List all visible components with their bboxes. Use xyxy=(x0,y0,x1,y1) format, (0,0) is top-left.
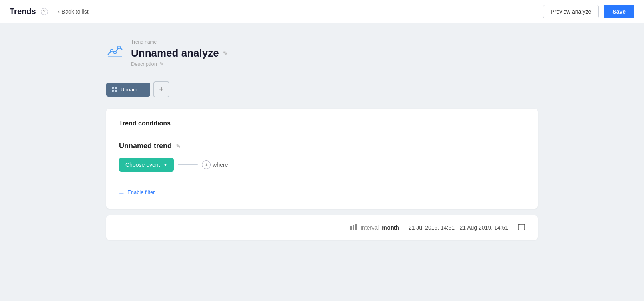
where-button[interactable]: + where xyxy=(202,160,228,169)
svg-rect-7 xyxy=(518,224,525,230)
enable-filter-button[interactable]: ☰ Enable filter xyxy=(119,186,525,198)
trend-name-block: Trend name Unnamed analyze ✎ Description… xyxy=(131,39,228,67)
trend-name-text: Unnamed analyze xyxy=(131,47,219,59)
header-right: Preview analyze Save xyxy=(543,5,634,18)
back-to-list-link[interactable]: ‹ Back to list xyxy=(58,8,89,15)
trend-conditions-card: Trend conditions Unnamed trend ✎ Choose … xyxy=(106,109,538,209)
filter-icon: ☰ xyxy=(119,189,124,195)
header-left: Trends ? ‹ Back to list xyxy=(10,6,89,18)
back-arrow-icon: ‹ xyxy=(58,8,60,14)
interval-label: Interval xyxy=(360,224,379,231)
description-label: Description xyxy=(131,61,157,67)
tab-item-0[interactable]: Unnam... xyxy=(106,83,150,97)
enable-filter-label: Enable filter xyxy=(127,189,155,195)
trend-description-row[interactable]: Description ✎ xyxy=(131,61,228,67)
edit-trend-name-icon[interactable]: ✎ xyxy=(176,143,181,150)
bottom-bar: Interval month 21 Jul 2019, 14:51 - 21 A… xyxy=(106,215,538,240)
conditions-divider xyxy=(119,135,525,135)
back-label: Back to list xyxy=(62,8,89,15)
trend-name-row: Unnamed analyze ✎ xyxy=(131,47,228,59)
svg-rect-6 xyxy=(355,224,357,230)
add-tab-button[interactable]: + xyxy=(153,81,169,97)
conditions-title: Trend conditions xyxy=(119,120,525,127)
trend-header: Trend name Unnamed analyze ✎ Description… xyxy=(106,39,538,67)
interval-section: Interval month xyxy=(350,223,399,232)
bar-chart-icon xyxy=(350,223,357,232)
help-icon[interactable]: ? xyxy=(41,8,48,15)
preview-analyze-button[interactable]: Preview analyze xyxy=(543,5,599,18)
svg-point-1 xyxy=(111,49,113,51)
calendar-icon[interactable] xyxy=(518,223,525,232)
header: Trends ? ‹ Back to list Preview analyze … xyxy=(0,0,644,23)
tab-label-0: Unnam... xyxy=(121,87,142,93)
main-content: Trend name Unnamed analyze ✎ Description… xyxy=(82,23,562,256)
unnamed-trend-label: Unnamed trend xyxy=(119,142,172,150)
where-label: where xyxy=(213,162,228,168)
svg-point-2 xyxy=(114,51,116,54)
where-plus-icon: + xyxy=(202,160,211,169)
date-range: 21 Jul 2019, 14:51 - 21 Aug 2019, 14:51 xyxy=(409,224,508,231)
choose-event-button[interactable]: Choose event ▼ xyxy=(119,158,174,172)
svg-point-3 xyxy=(118,46,120,48)
tab-dots-icon xyxy=(112,87,117,92)
header-divider xyxy=(53,6,53,18)
event-row: Choose event ▼ + where xyxy=(119,158,525,172)
svg-rect-4 xyxy=(350,226,352,230)
tabs-row: Unnam... + xyxy=(106,81,538,97)
trend-icon xyxy=(106,42,124,60)
trend-name-label: Trend name xyxy=(131,39,228,45)
event-connector-line xyxy=(178,164,198,165)
chevron-down-icon: ▼ xyxy=(163,162,167,167)
choose-event-label: Choose event xyxy=(125,162,160,168)
trend-row-title: Unnamed trend ✎ xyxy=(119,142,525,150)
svg-rect-5 xyxy=(353,225,354,230)
save-button[interactable]: Save xyxy=(604,5,634,18)
edit-desc-icon: ✎ xyxy=(159,61,164,67)
interval-value[interactable]: month xyxy=(382,224,399,231)
edit-name-icon[interactable]: ✎ xyxy=(223,50,228,57)
app-title: Trends xyxy=(10,7,36,16)
filter-divider xyxy=(119,180,525,180)
